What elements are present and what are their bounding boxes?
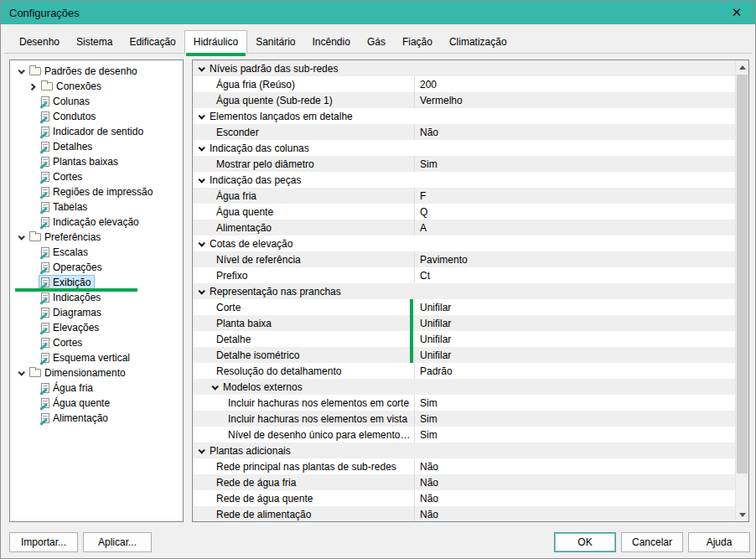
tree-item-conexoes[interactable]: Conexões	[10, 79, 183, 94]
tree-item-exibicao[interactable]: Exibição	[10, 275, 183, 290]
property-value[interactable]: 200	[414, 76, 735, 92]
group-row-modelos-externos[interactable]: Modelos externos	[193, 379, 735, 395]
tree-item-indicacoes[interactable]: Indicações	[10, 290, 183, 305]
tree-item-detalhes[interactable]: Detalhes	[10, 139, 183, 154]
tree-item-agua-quente[interactable]: Água quente	[10, 396, 183, 411]
property-value[interactable]: Sim	[414, 411, 735, 427]
tree-item-escalas[interactable]: Escalas	[10, 245, 183, 260]
group-row-plantas-adicionais[interactable]: Plantas adicionais	[193, 443, 735, 458]
close-icon[interactable]: ✕	[727, 5, 747, 20]
tree-item-colunas[interactable]: Colunas	[10, 94, 183, 109]
property-row-rede-de-agua-fria[interactable]: Rede de água fria Não	[193, 474, 735, 490]
property-row-nivel-desenho-unico[interactable]: Nível de desenho único para elementos ..…	[193, 427, 735, 443]
chevron-down-icon[interactable]	[198, 240, 205, 246]
property-row-hachuras-em-corte[interactable]: Incluir hachuras nos elementos em corte …	[193, 395, 735, 411]
property-value[interactable]: Sim	[414, 427, 735, 443]
property-row-prefixo[interactable]: Prefixo Ct	[193, 267, 735, 283]
tree-item-cortes-1[interactable]: Cortes	[10, 169, 183, 184]
property-row-mostrar-pelo-diametro[interactable]: Mostrar pelo diâmetro Sim	[193, 156, 735, 172]
expand-arrow[interactable]	[27, 84, 39, 89]
import-button[interactable]: Importar...	[9, 532, 78, 552]
tree-item-cortes-2[interactable]: Cortes	[10, 335, 183, 350]
property-value[interactable]: Q	[414, 204, 735, 220]
property-row-rede-principal-sub-redes[interactable]: Rede principal nas plantas de sub-redes …	[193, 458, 735, 474]
property-row-corte[interactable]: Corte Unifilar	[193, 299, 735, 315]
expand-arrow[interactable]	[15, 235, 27, 240]
property-row-hachuras-em-vista[interactable]: Incluir hachuras nos elementos em vista …	[193, 411, 735, 427]
property-value[interactable]: Padrão	[414, 363, 735, 379]
property-value[interactable]: Pavimento	[414, 251, 735, 267]
cancel-button[interactable]: Cancelar	[621, 532, 683, 552]
property-value[interactable]: Unifilar	[414, 347, 735, 363]
property-value[interactable]: Não	[414, 458, 735, 474]
chevron-down-icon[interactable]	[198, 176, 205, 183]
group-row-representacao-nas-pranchas[interactable]: Representação nas pranchas	[193, 283, 735, 299]
property-value[interactable]: F	[414, 188, 735, 204]
property-row-agua-quente[interactable]: Água quente Q	[193, 204, 735, 220]
chevron-down-icon[interactable]	[198, 65, 205, 71]
tree-item-indicador-de-sentido[interactable]: Indicador de sentido	[10, 124, 183, 139]
tree-item-diagramas[interactable]: Diagramas	[10, 305, 183, 320]
chevron-down-icon[interactable]	[211, 383, 218, 390]
expand-arrow[interactable]	[15, 69, 27, 74]
property-row-esconder[interactable]: Esconder Não	[193, 124, 735, 140]
scroll-down-button[interactable]	[736, 508, 748, 521]
scroll-up-button[interactable]	[736, 60, 748, 74]
property-value[interactable]: A	[414, 220, 735, 236]
group-row-elementos-lancados-em-detalhe[interactable]: Elementos lançados em detalhe	[193, 108, 735, 124]
chevron-down-icon[interactable]	[198, 447, 205, 453]
tree-item-indicacao-elevacao[interactable]: Indicação elevação	[10, 215, 183, 230]
tree-item-esquema-vertical[interactable]: Esquema vertical	[10, 350, 183, 365]
tree-item-regioes-de-impressao[interactable]: Regiões de impressão	[10, 184, 183, 199]
group-row-indicacao-das-colunas[interactable]: Indicação das colunas	[193, 140, 735, 156]
property-value[interactable]: Não	[414, 490, 735, 506]
property-row-agua-quente-sub-rede-1[interactable]: Água quente (Sub-rede 1) Vermelho	[193, 92, 735, 108]
property-row-planta-baixa[interactable]: Planta baixa Unifilar	[193, 315, 735, 331]
tab-hidraulico[interactable]: Hidráulico	[184, 30, 247, 54]
group-row-niveis-padrao-sub-redes[interactable]: Níveis padrão das sub-redes	[193, 60, 735, 76]
tree-item-padroes-de-desenho[interactable]: Padrões de desenho	[10, 64, 183, 79]
property-value[interactable]: Unifilar	[414, 299, 735, 315]
tree-item-dimensionamento[interactable]: Dimensionamento	[10, 365, 183, 380]
property-row-agua-fria[interactable]: Água fria F	[193, 188, 735, 204]
property-value[interactable]: Unifilar	[414, 315, 735, 331]
tab-climatizacao[interactable]: Climatização	[441, 33, 515, 53]
chevron-down-icon[interactable]	[198, 144, 205, 151]
vertical-scrollbar[interactable]	[735, 60, 748, 521]
tab-sistema[interactable]: Sistema	[68, 33, 121, 53]
tab-incendio[interactable]: Incêndio	[304, 33, 359, 53]
property-row-alimentacao[interactable]: Alimentação A	[193, 220, 735, 236]
tree-item-plantas-baixas[interactable]: Plantas baixas	[10, 154, 183, 169]
property-value[interactable]: Vermelho	[414, 92, 735, 108]
property-row-rede-de-alimentacao[interactable]: Rede de alimentação Não	[193, 506, 735, 521]
property-value[interactable]: Não	[414, 506, 735, 521]
title-bar[interactable]: Configurações ✕	[1, 1, 755, 24]
tree-item-elevacoes[interactable]: Elevações	[10, 320, 183, 335]
tree-item-condutos[interactable]: Condutos	[10, 109, 183, 124]
property-value[interactable]: Sim	[414, 395, 735, 411]
property-value[interactable]: Sim	[414, 156, 735, 172]
tree-item-tabelas[interactable]: Tabelas	[10, 199, 183, 215]
tree-item-alimentacao[interactable]: Alimentação	[10, 411, 183, 426]
help-button[interactable]: Ajuda	[688, 532, 750, 552]
ok-button[interactable]: OK	[554, 532, 616, 552]
property-row-detalhe[interactable]: Detalhe Unifilar	[193, 331, 735, 347]
tree-item-preferencias[interactable]: Preferências	[10, 230, 183, 245]
tab-fiacao[interactable]: Fiação	[394, 33, 441, 53]
property-row-nivel-de-referencia[interactable]: Nível de referência Pavimento	[193, 251, 735, 267]
property-row-rede-de-agua-quente[interactable]: Rede de água quente Não	[193, 490, 735, 506]
tab-gas[interactable]: Gás	[359, 33, 394, 53]
tree-item-agua-fria[interactable]: Água fria	[10, 380, 183, 396]
property-row-resolucao-do-detalhamento[interactable]: Resolução do detalhamento Padrão	[193, 363, 735, 379]
chevron-down-icon[interactable]	[198, 287, 205, 294]
property-row-detalhe-isometrico[interactable]: Detalhe isométrico Unifilar	[193, 347, 735, 363]
group-row-indicacao-das-pecas[interactable]: Indicação das peças	[193, 172, 735, 188]
expand-arrow[interactable]	[15, 370, 27, 375]
property-value[interactable]: Não	[414, 124, 735, 140]
tab-sanitario[interactable]: Sanitário	[247, 33, 303, 53]
tab-edificacao[interactable]: Edificação	[121, 33, 184, 53]
group-row-cotas-de-elevacao[interactable]: Cotas de elevação	[193, 236, 735, 251]
property-value[interactable]: Ct	[414, 267, 735, 283]
property-value[interactable]: Não	[414, 474, 735, 490]
tree-item-operacoes[interactable]: Operações	[10, 260, 183, 275]
